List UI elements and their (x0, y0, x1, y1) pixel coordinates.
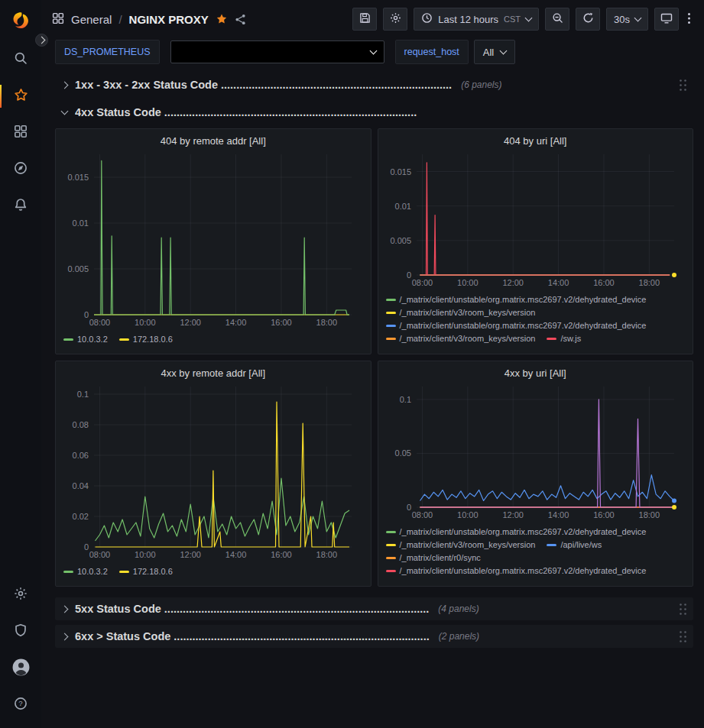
row-1xx-3xx-2xx-status-code[interactable]: 1xx - 3xx - 2xx Status Code ............… (55, 73, 693, 96)
refresh-button[interactable] (576, 8, 600, 31)
row-title: 4xx Status Code ........................… (75, 106, 417, 118)
legend-item[interactable]: /_matrix/client/unstable/org.matrix.msc2… (386, 294, 647, 305)
panel-4xx-by-uri: 4xx by uri [All]08:0010:0012:0014:0016:0… (378, 361, 694, 587)
timezone-label: CST (504, 15, 521, 24)
panel-404-by-uri: 404 by uri [All]08:0010:0012:0014:0016:0… (378, 128, 694, 354)
panel-legend: /_matrix/client/unstable/org.matrix.msc2… (386, 294, 686, 344)
timeseries-chart[interactable]: 08:0010:0012:0014:0016:0018:0000.0050.01… (386, 148, 685, 289)
datasource-variable-select[interactable] (170, 40, 384, 63)
chevron-right-icon (61, 633, 69, 640)
save-dashboard-button[interactable] (352, 8, 377, 31)
svg-text:0.08: 0.08 (73, 420, 89, 429)
legend-swatch (547, 544, 556, 546)
svg-text:10:00: 10:00 (135, 550, 156, 559)
zoom-out-button[interactable] (545, 8, 569, 31)
panel-title[interactable]: 404 by uri [All] (386, 133, 686, 148)
legend-item[interactable]: 172.18.0.6 (119, 566, 173, 577)
legend-item[interactable]: 10.0.3.2 (63, 566, 108, 577)
legend-swatch (386, 544, 396, 546)
legend-swatch (386, 570, 396, 572)
sidebar-item-dashboards[interactable] (0, 115, 41, 151)
panel-title[interactable]: 4xx by uri [All] (386, 365, 686, 380)
legend-item[interactable]: 10.0.3.2 (63, 334, 108, 345)
refresh-interval-select[interactable]: 30s (606, 8, 648, 31)
sidebar-item-help[interactable]: ? (0, 687, 41, 723)
sidebar-expand-button[interactable] (35, 34, 48, 47)
main-area: General / NGINX PROXY Last 12 hours CST … (41, 0, 704, 648)
legend-label: /api/live/ws (560, 539, 602, 550)
sidebar-item-explore[interactable] (0, 151, 41, 188)
grafana-logo-icon[interactable] (0, 5, 41, 38)
row-6xx-status-code[interactable]: 6xx > Status Code ......................… (55, 625, 693, 648)
legend-item[interactable]: /_matrix/client/v3/room_keys/version (386, 333, 536, 344)
row-5xx-status-code[interactable]: 5xx Status Code ........................… (55, 597, 693, 620)
more-options-button[interactable] (685, 8, 693, 31)
svg-text:14:00: 14:00 (225, 318, 247, 327)
legend-swatch (386, 312, 396, 314)
kebab-icon (687, 12, 691, 27)
help-icon: ? (14, 697, 28, 713)
favorite-star-icon[interactable] (216, 13, 228, 25)
sidebar-item-search[interactable] (0, 41, 41, 78)
legend-swatch (386, 531, 396, 533)
dashboards-grid-icon (14, 125, 28, 141)
breadcrumb-folder[interactable]: General (71, 13, 112, 26)
panel-title[interactable]: 4xx by remote addr [All] (63, 365, 363, 380)
row-panel-count: (6 panels) (461, 79, 501, 90)
timeseries-chart[interactable]: 08:0010:0012:0014:0016:0018:0000.050.1 (386, 380, 685, 521)
legend-item[interactable]: /_matrix/client/r0/sync (386, 552, 481, 563)
chevron-down-icon (500, 47, 508, 55)
dashboard-header: General / NGINX PROXY Last 12 hours CST … (41, 0, 704, 35)
legend-label: 172.18.0.6 (133, 334, 173, 345)
panel-title[interactable]: 404 by remote addr [All] (63, 133, 363, 148)
datasource-variable-label[interactable]: DS_PROMETHEUS (55, 40, 160, 64)
svg-text:10:00: 10:00 (457, 510, 479, 519)
legend-item[interactable]: /_matrix/client/unstable/org.matrix.msc2… (386, 526, 647, 537)
share-icon[interactable] (235, 14, 246, 25)
sidebar-item-profile[interactable] (0, 650, 41, 687)
svg-text:14:00: 14:00 (225, 550, 247, 559)
svg-text:12:00: 12:00 (180, 550, 201, 559)
sidebar-item-starred[interactable] (0, 78, 41, 115)
legend-item[interactable]: /api/live/ws (547, 539, 602, 550)
row-4xx-status-code[interactable]: 4xx Status Code ........................… (55, 101, 693, 124)
row-title: 5xx Status Code ........................… (75, 603, 429, 615)
row-title: 1xx - 3xx - 2xx Status Code ............… (75, 79, 452, 91)
chevron-down-icon (61, 108, 69, 115)
legend-item[interactable]: /_matrix/client/unstable/org.matrix.msc2… (386, 320, 647, 331)
legend-item[interactable]: 172.18.0.6 (119, 334, 173, 345)
request-host-select[interactable]: All (474, 40, 515, 64)
request-host-label[interactable]: request_host (395, 40, 469, 64)
panel-legend: /_matrix/client/unstable/org.matrix.msc2… (386, 526, 686, 576)
drag-handle-icon[interactable] (677, 603, 689, 616)
drag-handle-icon[interactable] (677, 79, 689, 92)
legend-item[interactable]: /_matrix/client/v3/room_keys/version (386, 307, 536, 318)
legend-label: /_matrix/client/v3/room_keys/version (400, 307, 536, 318)
panel-4xx-by-remote-addr: 4xx by remote addr [All]08:0010:0012:001… (55, 361, 371, 587)
sidebar-item-server-admin[interactable] (0, 613, 41, 650)
dashboard-settings-button[interactable] (383, 8, 407, 31)
svg-text:0.01: 0.01 (73, 218, 89, 228)
timeseries-chart[interactable]: 08:0010:0012:0014:0016:0018:0000.020.040… (63, 380, 362, 561)
drag-handle-icon[interactable] (677, 630, 689, 643)
legend-item[interactable]: /_matrix/client/unstable/org.matrix.msc2… (386, 565, 647, 576)
time-picker[interactable]: Last 12 hours CST (414, 8, 539, 31)
breadcrumb: General / NGINX PROXY (52, 12, 246, 27)
refresh-icon (582, 12, 594, 26)
svg-text:0.015: 0.015 (67, 173, 89, 182)
svg-text:08:00: 08:00 (411, 510, 433, 519)
legend-swatch (386, 325, 396, 327)
sidebar-item-alerting[interactable] (0, 188, 41, 225)
svg-text:12:00: 12:00 (502, 510, 524, 519)
timeseries-chart[interactable]: 08:0010:0012:0014:0016:0018:0000.0050.01… (63, 148, 362, 328)
svg-text:0.06: 0.06 (73, 451, 89, 460)
svg-text:0.01: 0.01 (394, 202, 410, 211)
legend-item[interactable]: /_matrix/client/v3/room_keys/version (386, 539, 536, 550)
legend-item[interactable]: /sw.js (547, 333, 581, 344)
sidebar-item-configuration[interactable] (0, 577, 41, 613)
legend-swatch (386, 557, 396, 559)
tv-mode-button[interactable] (654, 8, 679, 31)
dashboard-title[interactable]: NGINX PROXY (129, 13, 209, 26)
apps-grid-icon (52, 12, 64, 27)
legend-label: /_matrix/client/v3/room_keys/version (400, 333, 536, 344)
